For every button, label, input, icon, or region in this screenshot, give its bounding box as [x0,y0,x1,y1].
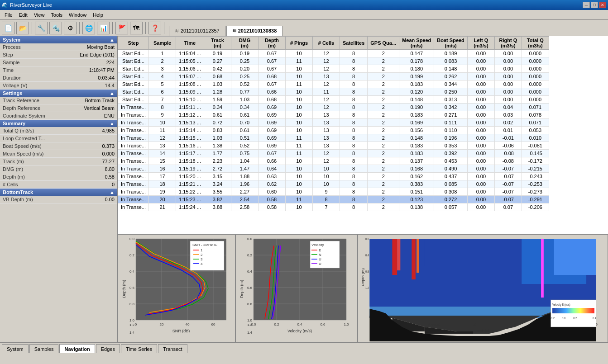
table-row[interactable]: In Transe...91:15:12 ...0.610.610.691013… [118,111,549,119]
table-row[interactable]: Start Ed...71:15:10 ...1.591.030.6810128… [118,96,549,104]
svg-text:1.2: 1.2 [247,323,253,327]
titlebar-controls: ─ □ ✕ [583,2,606,8]
table-body: Start Ed...11:15:04 ...0.190.190.6710128… [118,50,549,211]
table-row[interactable]: In Transe...191:15:22 ...3.552.270.60109… [118,188,549,196]
system-content: Process Moving Boat Step End Edge (101) … [0,43,117,90]
table-row[interactable]: In Transe...131:15:16 ...1.380.520.69111… [118,142,549,150]
table-row[interactable]: Start Ed...31:15:06 ...0.420.200.6710128… [118,65,549,73]
svg-text:-0.2: -0.2 [550,316,555,320]
close-button[interactable]: ✕ [599,2,606,8]
table-row[interactable]: In Transe...151:15:18 ...2.231.040.66101… [118,157,549,165]
minimize-button[interactable]: ─ [583,2,590,8]
svg-text:60: 60 [211,322,215,326]
table-row[interactable]: In Transe...161:15:19 ...2.721.470.64101… [118,165,549,173]
col-step: Step [118,37,149,50]
svg-rect-81 [541,239,544,298]
menu-edit[interactable]: Edit [16,11,30,19]
tools2-button[interactable]: 🔩 [49,22,62,34]
svg-rect-77 [417,239,419,273]
system-header: System ▲ [0,36,117,43]
bottomtrack-expand-icon[interactable]: ▲ [110,189,115,195]
menu-window[interactable]: Window [66,11,89,19]
tab2-label: 20121010130838 [238,28,277,33]
menu-tools[interactable]: Tools [48,11,65,19]
table-row[interactable]: Start Ed...21:15:05 ...0.270.250.6711128… [118,57,549,65]
bottom-tab-transect[interactable]: Transect [158,344,187,353]
svg-text:20: 20 [160,322,164,326]
prop-duration: Duration 0:03:44 [0,74,117,82]
summary-expand-icon[interactable]: ▲ [110,121,115,126]
table-row[interactable]: In Transe...121:15:15 ...1.030.510.69111… [118,134,549,142]
svg-text:0.0: 0.0 [562,316,565,320]
flag-button[interactable]: 🚩 [115,22,128,34]
table-row[interactable]: Start Ed...51:15:08 ...1.030.520.6711128… [118,80,549,88]
bottom-tab-timeseries[interactable]: Time Series [121,344,157,353]
globe-button[interactable]: 🌐 [82,22,95,34]
svg-text:Depth (m): Depth (m) [122,280,126,298]
table-row[interactable]: Start Ed...41:15:07 ...0.680.250.6810138… [118,73,549,80]
settings-expand-icon[interactable]: ▲ [110,90,115,96]
open-button[interactable]: 📂 [16,22,29,34]
svg-text:0.2: 0.2 [247,253,253,257]
table-row[interactable]: In Transe...201:15:23 ...3.822.540.58118… [118,196,549,203]
snr-chart-svg: Depth (m) [120,236,235,341]
help-button[interactable]: ❓ [148,22,161,34]
world-button[interactable]: 🗺 [130,22,143,34]
settings-button[interactable]: 🔧 [35,22,48,34]
new-button[interactable]: 📄 [2,22,14,34]
menu-help[interactable]: Help [90,11,106,19]
col-time: Time [176,37,204,50]
tab-survey2[interactable]: ≋ 20121010130838 [226,26,283,36]
prop-track-reference: Track Reference Bottom-Track [0,97,117,104]
titlebar: 🌊 RiverSurveyor Live ─ □ ✕ [0,0,608,10]
svg-text:0.2: 0.2 [573,316,577,320]
data-table-container[interactable]: Step Sample Time Track(m) DMG(m) Depth(m… [118,36,608,234]
svg-rect-76 [412,239,416,279]
svg-text:0.4: 0.4 [365,253,369,257]
table-row[interactable]: In Transe...81:15:11 ...0.340.340.691012… [118,104,549,111]
table-row[interactable]: Start Ed...11:15:04 ...0.190.190.6710128… [118,50,549,57]
svg-text:1.0: 1.0 [129,318,135,322]
table-row[interactable]: Start Ed...61:15:09 ...1.280.770.6610118… [118,88,549,96]
bottom-tab-navigation[interactable]: Navigation [59,344,95,353]
svg-text:D: D [319,262,321,266]
tools3-button[interactable]: ⚙ [64,22,77,34]
svg-rect-75 [397,239,400,270]
table-row[interactable]: In Transe...141:15:17 ...1.770.750.67111… [118,150,549,157]
col-satellites: Satellites [340,37,367,50]
toolbar-sep5 [164,22,164,34]
prop-mean-speed: Mean Speed (m/s) 0.000 [0,150,117,158]
table-row[interactable]: In Transe...211:15:24 ...3.882.580.58107… [118,203,549,211]
svg-text:1.0: 1.0 [344,322,349,326]
svg-text:0.8: 0.8 [247,302,253,306]
titlebar-left: 🌊 RiverSurveyor Live [2,2,52,8]
settings-content: Track Reference Bottom-Track Depth Refer… [0,97,117,120]
svg-text:20: 20 [514,322,517,326]
svg-text:0.6: 0.6 [247,286,253,290]
svg-text:1.4: 1.4 [247,331,253,335]
prop-process: Process Moving Boat [0,43,117,51]
menu-view[interactable]: View [31,11,48,19]
chart-button[interactable]: 📊 [97,22,110,34]
table-row[interactable]: In Transe...101:15:13 ...0.720.700.69101… [118,119,549,127]
maximize-button[interactable]: □ [591,2,598,8]
svg-text:0.8: 0.8 [129,302,135,306]
bottom-tab-edges[interactable]: Edges [96,344,120,353]
svg-text:Velocity E (m/s): Velocity E (m/s) [552,303,570,307]
bottom-tab-system[interactable]: System [2,344,29,353]
table-row[interactable]: In Transe...171:15:20 ...3.151.880.63101… [118,173,549,180]
table-row[interactable]: In Transe...111:15:14 ...0.830.610.69101… [118,127,549,134]
prop-coord-system: Coordinate System ENU [0,112,117,120]
svg-rect-99 [552,308,594,313]
table-row[interactable]: In Transe...181:15:21 ...3.241.960.62101… [118,180,549,188]
svg-text:0.2: 0.2 [129,253,135,257]
prop-dmg: DMG (m) 8.80 [0,165,117,173]
bottom-tab-samples[interactable]: Samples [29,344,59,353]
system-expand-icon[interactable]: ▲ [110,37,115,43]
system-section: System ▲ Process Moving Boat Step End Ed… [0,36,117,90]
menu-file[interactable]: File [2,11,15,19]
tab-survey1[interactable]: ≋ 20121010112357 [169,26,225,36]
svg-text:0.0: 0.0 [129,237,135,241]
app-icon: 🌊 [2,2,8,8]
velocity-chart-svg: Depth (m) [238,236,358,341]
